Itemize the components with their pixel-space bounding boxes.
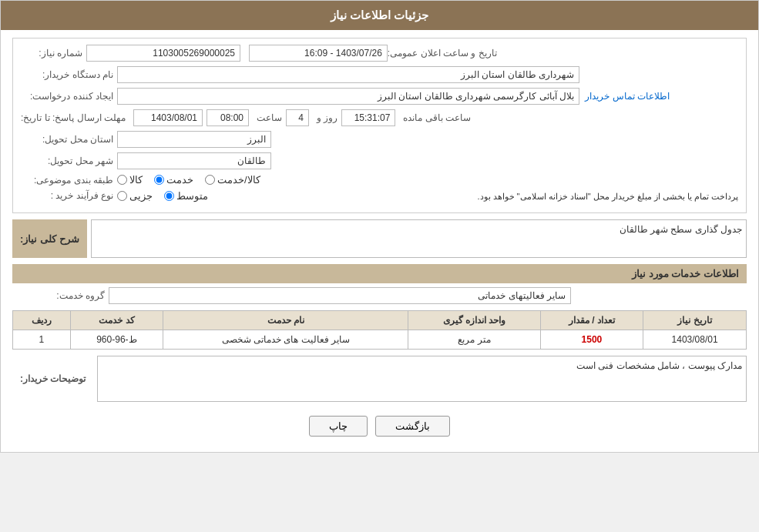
category-kala-khedmat-label: کالا/خدمت	[217, 174, 260, 186]
cell-date: 1403/08/01	[643, 330, 747, 350]
remaining-days-value: 4	[286, 109, 309, 126]
response-date-value: 1403/08/01	[133, 109, 203, 126]
requester-label: ایجاد کننده درخواست:	[21, 91, 113, 102]
buyer-org-value: شهرداری طالقان استان البرز	[117, 66, 579, 83]
category-label: طبقه بندی موضوعی:	[21, 175, 113, 186]
button-row: بازگشت چاپ	[12, 408, 747, 444]
province-value: البرز	[117, 131, 271, 148]
category-option-kala[interactable]: کالا	[117, 174, 143, 186]
services-table: تاریخ نیاز تعداد / مقدار واحد اندازه گیر…	[12, 310, 747, 350]
services-section-title: اطلاعات خدمات مورد نیاز	[12, 264, 747, 283]
service-group-value: سایر فعالیتهای خدماتی	[109, 287, 571, 304]
city-label: شهر محل تحویل:	[21, 156, 113, 166]
page-title: جزئیات اطلاعات نیاز	[1, 1, 758, 30]
purchase-motavasset[interactable]: متوسط	[164, 190, 208, 202]
col-unit: واحد اندازه گیری	[408, 311, 540, 330]
col-name: نام حدمت	[163, 311, 408, 330]
purchase-motavasset-radio[interactable]	[164, 191, 174, 201]
purchase-jozi-radio[interactable]	[117, 191, 127, 201]
cell-quantity: 1500	[540, 330, 643, 350]
category-kala-radio[interactable]	[117, 175, 127, 185]
purchase-type-radio-group: متوسط جزیی	[117, 190, 208, 202]
purchase-type-label: نوع فرآیند خرید :	[21, 190, 113, 201]
cell-name: سایر فعالیت های خدماتی شخصی	[163, 330, 408, 350]
remaining-days-label: روز و	[317, 112, 338, 123]
cell-code: ط-96-960	[70, 330, 163, 350]
response-deadline-label: مهلت ارسال پاسخ: تا تاریخ:	[21, 112, 126, 123]
category-khedmat-label: خدمت	[166, 174, 193, 186]
purchase-jozi-label: جزیی	[129, 190, 153, 202]
need-description-title: شرح کلی نیاز:	[20, 233, 79, 245]
need-description-value: جدول گذاری سطح شهر طالقان	[620, 224, 742, 235]
back-button[interactable]: بازگشت	[375, 416, 450, 437]
purchase-motavasset-label: متوسط	[176, 190, 208, 202]
service-group-label: گروه خدمت:	[12, 290, 105, 301]
remaining-time-value: 15:31:07	[341, 109, 395, 126]
cell-unit: متر مربع	[408, 330, 540, 350]
response-time-value: 08:00	[207, 109, 249, 126]
announcement-date-label: تاریخ و ساعت اعلان عمومی:	[388, 48, 497, 59]
print-button[interactable]: چاپ	[309, 416, 368, 437]
purchase-jozi[interactable]: جزیی	[117, 190, 153, 202]
buyer-org-label: نام دستگاه خریدار:	[21, 69, 113, 80]
cell-row: 1	[13, 330, 71, 350]
city-value: طالقان	[117, 152, 271, 169]
remaining-time-label: ساعت باقی مانده	[403, 112, 471, 123]
col-date: تاریخ نیاز	[643, 311, 747, 330]
need-number-label: شماره نیاز:	[21, 48, 82, 59]
category-khedmat-radio[interactable]	[154, 175, 164, 185]
table-row: 1403/08/01 1500 متر مربع سایر فعالیت های…	[13, 330, 747, 350]
category-option-kala-khedmat[interactable]: کالا/خدمت	[205, 174, 260, 186]
category-kala-khedmat-radio[interactable]	[205, 175, 215, 185]
province-label: استان محل تحویل:	[21, 134, 113, 145]
buyer-description-value: مدارک پیوست ، شامل مشخصات فنی است	[576, 360, 742, 371]
buyer-description-label: توضیحات خریدار:	[20, 373, 86, 384]
col-quantity: تعداد / مقدار	[540, 311, 643, 330]
col-row: ردیف	[13, 311, 71, 330]
col-code: کد خدمت	[70, 311, 163, 330]
announcement-date-value: 1403/07/26 - 16:09	[249, 45, 388, 62]
response-time-label: ساعت	[257, 112, 282, 123]
need-number-value: 1103005269000025	[86, 45, 240, 62]
contact-link[interactable]: اطلاعات تماس خریدار	[585, 91, 670, 102]
purchase-notice: پرداخت تمام یا بخشی از مبلغ خریدار محل "…	[477, 192, 738, 201]
category-kala-label: کالا	[129, 174, 143, 186]
category-option-khedmat[interactable]: خدمت	[154, 174, 193, 186]
category-radio-group: کالا/خدمت خدمت کالا	[117, 174, 260, 186]
requester-value: بلال آبائی کارگرسمی شهرداری طالقان استان…	[117, 88, 579, 105]
